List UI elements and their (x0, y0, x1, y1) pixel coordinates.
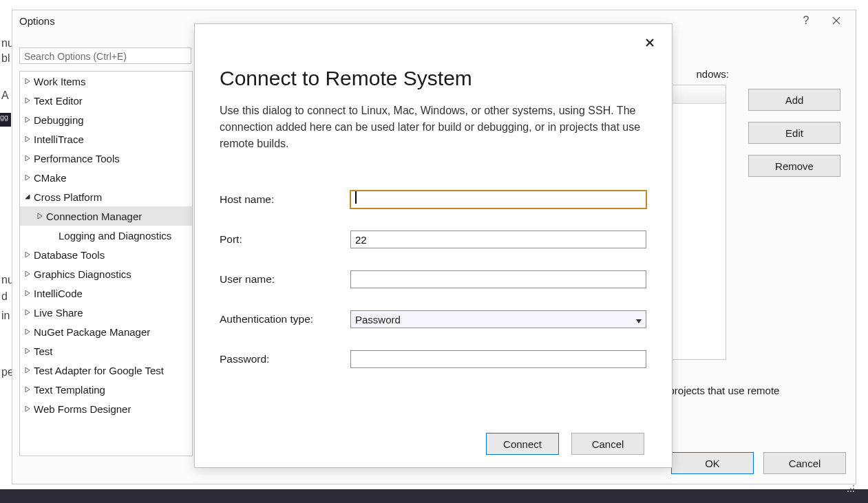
tree-collapsed-icon (23, 329, 32, 334)
bg-frag: in (1, 310, 10, 322)
tree-item-label: Test (32, 345, 53, 357)
tree-item-label: Live Share (32, 307, 83, 319)
tree-item-intellitrace[interactable]: IntelliTrace (20, 129, 192, 149)
add-button[interactable]: Add (748, 89, 840, 111)
help-button[interactable]: ? (791, 11, 821, 30)
remove-button[interactable]: Remove (748, 155, 840, 177)
bg-frag: d (1, 290, 8, 303)
tree-collapsed-icon (23, 367, 32, 373)
close-icon (645, 38, 655, 50)
tree-item-label: Debugging (32, 114, 84, 126)
tree-item-cross-platform[interactable]: Cross Platform (20, 187, 192, 206)
tree-item-nuget-package-manager[interactable]: NuGet Package Manager (20, 322, 192, 341)
user-label: User name: (220, 273, 350, 286)
cancel-button[interactable]: Cancel (763, 452, 846, 474)
connect-button[interactable]: Connect (486, 433, 559, 455)
dialog-close-button[interactable] (640, 34, 659, 53)
auth-label: Authentication type: (220, 313, 350, 325)
password-input[interactable] (350, 350, 646, 368)
tree-item-performance-tools[interactable]: Performance Tools (20, 149, 192, 168)
dialog-description: Use this dialog to connect to Linux, Mac… (220, 103, 644, 152)
close-button[interactable] (821, 11, 851, 30)
tree-collapsed-icon (23, 98, 32, 103)
user-input[interactable] (350, 270, 646, 288)
tree-item-label: Text Editor (32, 95, 83, 107)
tree-collapsed-icon (23, 78, 32, 84)
bg-frag: A (1, 89, 9, 102)
chevron-down-icon (636, 314, 642, 325)
port-input[interactable] (350, 231, 646, 248)
ok-button[interactable]: OK (671, 452, 754, 474)
search-input[interactable]: Search Options (Ctrl+E) (19, 47, 191, 64)
tree-item-connection-manager[interactable]: Connection Manager (20, 206, 192, 226)
tree-expanded-icon (23, 194, 32, 200)
svg-rect-5 (847, 491, 849, 492)
tree-item-live-share[interactable]: Live Share (20, 303, 192, 322)
tree-collapsed-icon (23, 271, 32, 277)
content-label: ndows: (696, 68, 729, 80)
options-title: Options (19, 15, 55, 27)
tree-item-label: Web Forms Designer (32, 403, 131, 415)
dialog-title: Connect to Remote System (220, 67, 644, 90)
tree-item-logging-and-diagnostics[interactable]: Logging and Diagnostics (20, 226, 192, 245)
tree-item-text-templating[interactable]: Text Templating (20, 380, 192, 399)
tree-collapsed-icon (35, 213, 45, 219)
tree-collapsed-icon (23, 136, 32, 142)
tree-item-label: Performance Tools (32, 153, 120, 164)
tree-item-test[interactable]: Test (20, 341, 192, 361)
edit-button[interactable]: Edit (748, 122, 840, 144)
tree-collapsed-icon (23, 252, 32, 257)
tree-collapsed-icon (23, 290, 32, 296)
tree-collapsed-icon (23, 406, 32, 411)
host-label: Host name: (220, 193, 350, 206)
tree-item-web-forms-designer[interactable]: Web Forms Designer (20, 399, 192, 418)
hint-text: n projects that use remote (660, 385, 832, 396)
close-icon (832, 15, 840, 27)
tree-item-label: Graphics Diagnostics (32, 268, 131, 280)
tree-collapsed-icon (23, 156, 32, 161)
dialog-cancel-button[interactable]: Cancel (571, 433, 644, 455)
tree-item-label: IntelliCode (32, 288, 83, 299)
bg-frag: bl (1, 52, 10, 65)
tree-item-label: Logging and Diagnostics (57, 230, 171, 242)
tree-item-label: IntelliTrace (32, 133, 84, 145)
tree-item-label: Work Items (32, 76, 86, 87)
auth-type-select[interactable]: Password (350, 310, 646, 328)
tree-item-intellicode[interactable]: IntelliCode (20, 283, 192, 303)
tree-collapsed-icon (23, 117, 32, 122)
host-input[interactable] (350, 191, 646, 208)
tree-item-label: Connection Manager (45, 211, 142, 222)
bg-dark-strip: gg (0, 113, 11, 127)
port-label: Port: (220, 233, 350, 246)
tree-collapsed-icon (23, 387, 32, 392)
resize-grip-icon[interactable] (846, 484, 856, 493)
svg-rect-3 (853, 491, 854, 492)
bg-status-bar (0, 489, 868, 503)
tree-item-label: NuGet Package Manager (32, 326, 150, 338)
tree-item-work-items[interactable]: Work Items (20, 72, 192, 91)
svg-rect-4 (850, 491, 851, 492)
tree-item-label: Cross Platform (32, 191, 102, 203)
tree-item-label: Text Templating (32, 384, 105, 396)
tree-item-label: CMake (32, 172, 67, 184)
options-nav-tree[interactable]: Work ItemsText EditorDebuggingIntelliTra… (19, 71, 193, 456)
tree-item-text-editor[interactable]: Text Editor (20, 91, 192, 110)
text-caret (355, 191, 357, 204)
connect-remote-dialog: Connect to Remote System Use this dialog… (194, 23, 673, 468)
tree-item-graphics-diagnostics[interactable]: Graphics Diagnostics (20, 264, 192, 283)
tree-item-cmake[interactable]: CMake (20, 168, 192, 187)
tree-item-label: Database Tools (32, 249, 105, 261)
svg-rect-0 (853, 485, 854, 486)
tree-collapsed-icon (23, 175, 32, 180)
svg-rect-2 (850, 488, 851, 489)
auth-type-value: Password (355, 314, 401, 325)
tree-item-label: Test Adapter for Google Test (32, 365, 164, 376)
tree-collapsed-icon (23, 348, 32, 354)
tree-item-debugging[interactable]: Debugging (20, 110, 192, 129)
password-label: Password: (220, 353, 350, 365)
tree-item-database-tools[interactable]: Database Tools (20, 245, 192, 264)
tree-collapsed-icon (23, 310, 32, 315)
svg-rect-1 (853, 488, 854, 489)
tree-item-test-adapter-for-google-test[interactable]: Test Adapter for Google Test (20, 361, 192, 380)
